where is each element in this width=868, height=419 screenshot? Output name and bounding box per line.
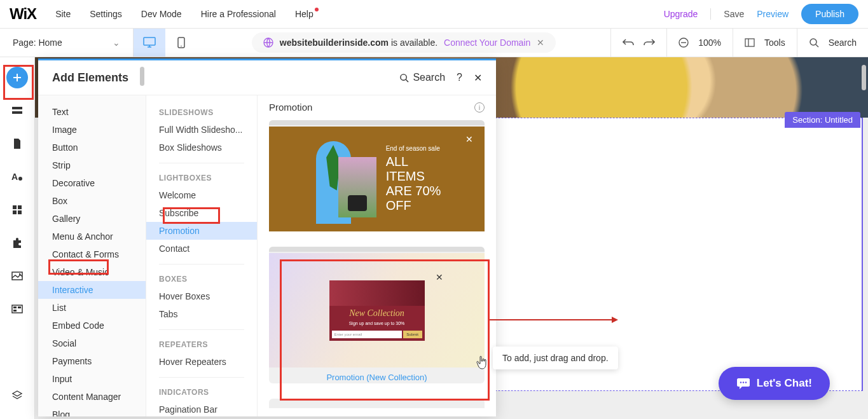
drag-tooltip: To add, just drag and drop. <box>493 347 618 369</box>
puzzle-icon <box>11 237 23 249</box>
panel-search-button[interactable]: Search <box>399 72 445 83</box>
panel-help-button[interactable]: ? <box>457 72 462 83</box>
divider <box>159 264 244 264</box>
cat-box[interactable]: Box <box>38 192 146 210</box>
svg-rect-5 <box>745 39 754 46</box>
cat-list[interactable]: List <box>38 299 146 317</box>
cat-image[interactable]: Image <box>38 121 146 139</box>
zoom-control[interactable]: 100% <box>666 29 733 57</box>
preview-line3: ARE 70% <box>386 184 441 198</box>
wix-logo[interactable]: WiX <box>10 5 36 23</box>
sub-hover-boxes[interactable]: Hover Boxes <box>146 287 257 305</box>
sections-button[interactable] <box>6 100 28 121</box>
layers-icon <box>11 390 23 401</box>
cat-embed-code[interactable]: Embed Code <box>38 317 146 334</box>
subgroup-boxes: BOXES <box>146 271 257 287</box>
sub-promotion[interactable]: Promotion <box>146 222 257 240</box>
cat-button[interactable]: Button <box>38 139 146 156</box>
zoom-icon <box>679 38 689 48</box>
panel-header: Add Elements Search ? ✕ <box>38 60 496 95</box>
menu-hire-professional[interactable]: Hire a Professional <box>201 9 276 19</box>
cat-payments[interactable]: Payments <box>38 352 146 370</box>
sub-hover-repeaters[interactable]: Hover Repeaters <box>146 353 257 371</box>
preview-content: ✕ New Collection Sign up and save up to … <box>269 253 485 367</box>
preview-next-card[interactable] <box>269 399 485 408</box>
panel-close-button[interactable]: ✕ <box>474 72 482 84</box>
business-button[interactable] <box>6 232 28 254</box>
preview-email-input: Enter your email <box>332 331 402 338</box>
cat-social[interactable]: Social <box>38 334 146 352</box>
preview-hero-image <box>329 280 425 306</box>
upgrade-link[interactable]: Upgrade <box>664 9 698 19</box>
svg-rect-12 <box>18 205 22 209</box>
page-selector[interactable]: Page: Home ⌄ <box>0 29 134 57</box>
pages-button[interactable] <box>6 133 28 155</box>
category-column[interactable]: Text Image Button Strip Decorative Box G… <box>38 95 146 416</box>
cat-interactive[interactable]: Interactive <box>38 281 146 299</box>
preview-button[interactable]: Preview <box>757 9 789 19</box>
add-elements-button[interactable] <box>6 67 28 88</box>
chat-button[interactable]: Let's Chat! <box>719 367 830 400</box>
cat-strip[interactable]: Strip <box>38 156 146 174</box>
desktop-view-button[interactable] <box>134 29 165 57</box>
cat-text[interactable]: Text <box>38 103 146 121</box>
sub-pagination-bar[interactable]: Pagination Bar <box>146 401 257 416</box>
svg-point-10 <box>18 177 22 181</box>
close-icon[interactable]: ✕ <box>537 38 544 48</box>
cat-input[interactable]: Input <box>38 370 146 388</box>
sub-subscribe[interactable]: Subscribe <box>146 204 257 222</box>
preview-submit-button: Submit <box>403 331 422 338</box>
sub-fullwidth-slideshow[interactable]: Full Width Slidesho... <box>146 121 257 139</box>
apps-button[interactable] <box>6 199 28 221</box>
save-button[interactable]: Save <box>724 9 744 19</box>
svg-rect-17 <box>12 305 22 313</box>
svg-rect-0 <box>144 38 155 45</box>
cat-blog[interactable]: Blog <box>38 406 146 416</box>
sub-contact[interactable]: Contact <box>146 240 257 258</box>
preview-promotion-sale[interactable]: ✕ End of season sale ALL ITEMS ARE 70% O… <box>269 120 485 231</box>
section-label[interactable]: Section: Untitled <box>785 112 860 128</box>
mobile-view-button[interactable] <box>165 29 197 57</box>
tools-label: Tools <box>764 38 785 48</box>
svg-text:A: A <box>11 172 18 182</box>
search-button[interactable]: Search <box>797 29 868 57</box>
design-button[interactable]: A <box>6 166 28 188</box>
cat-video-music[interactable]: Video & Music <box>38 263 146 281</box>
svg-point-16 <box>19 273 20 275</box>
left-tool-rail: A <box>0 57 35 419</box>
scrollbar-thumb[interactable] <box>862 65 866 90</box>
undo-button[interactable] <box>623 38 634 48</box>
tools-icon <box>745 38 755 47</box>
media-button[interactable] <box>6 265 28 287</box>
info-icon[interactable]: i <box>474 102 485 113</box>
layers-button[interactable] <box>6 385 28 406</box>
menu-settings[interactable]: Settings <box>90 9 122 19</box>
publish-button[interactable]: Publish <box>801 4 858 24</box>
connect-domain-link[interactable]: Connect Your Domain <box>444 38 530 48</box>
menu-site[interactable]: Site <box>55 9 71 19</box>
tools-button[interactable]: Tools <box>733 29 797 57</box>
add-elements-panel: Add Elements Search ? ✕ Text Image Butto… <box>38 58 496 416</box>
sub-tabs[interactable]: Tabs <box>146 305 257 323</box>
cat-gallery[interactable]: Gallery <box>38 210 146 228</box>
content-button[interactable] <box>6 298 28 320</box>
subcategory-column[interactable]: SLIDESHOWS Full Width Slidesho... Box Sl… <box>146 95 258 416</box>
main-editor-area: A Section: Untitled ame * Email * Add El… <box>0 57 868 419</box>
sub-box-slideshows[interactable]: Box Slideshows <box>146 139 257 156</box>
sub-welcome[interactable]: Welcome <box>146 186 257 204</box>
preview-subtitle: Sign up and save up to 30% <box>329 321 425 328</box>
subgroup-repeaters: REPEATERS <box>146 336 257 353</box>
preview-promotion-new-collection[interactable]: ✕ New Collection Sign up and save up to … <box>269 247 485 383</box>
undo-redo-group <box>610 29 666 57</box>
menu-dev-mode[interactable]: Dev Mode <box>141 9 182 19</box>
redo-button[interactable] <box>644 38 655 48</box>
cat-contact-forms[interactable]: Contact & Forms <box>38 245 146 263</box>
cat-menu-anchor[interactable]: Menu & Anchor <box>38 228 146 245</box>
cat-decorative[interactable]: Decorative <box>38 174 146 192</box>
domain-text: websitebuilderinside.com is available. <box>280 38 437 48</box>
preview-column[interactable]: Promotion i ✕ End of season sale ALL <box>258 95 496 416</box>
subgroup-lightboxes: LIGHTBOXES <box>146 170 257 186</box>
preview-line2: ITEMS <box>386 169 441 184</box>
menu-help[interactable]: Help <box>295 9 313 19</box>
cat-content-manager[interactable]: Content Manager <box>38 388 146 406</box>
